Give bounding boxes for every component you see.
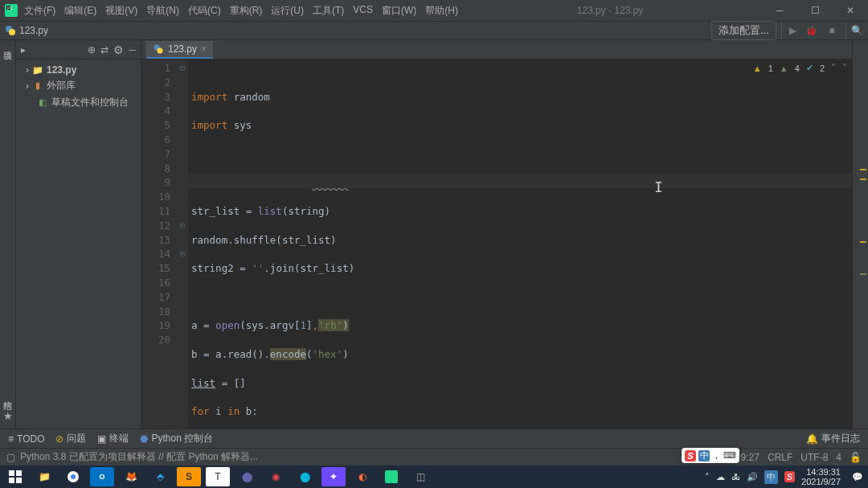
menu-edit[interactable]: 编辑(E) bbox=[64, 4, 96, 18]
project-panel: ▸ ⊕ ⇄ ⚙ ─ › 📁 123.py › ▮ 外部库 ◧ 草 bbox=[16, 40, 141, 429]
menu-vcs[interactable]: VCS bbox=[353, 4, 373, 18]
tray-network-icon[interactable]: 🖧 bbox=[731, 472, 740, 482]
start-button[interactable] bbox=[3, 467, 27, 486]
scratches-node[interactable]: ◧ 草稿文件和控制台 bbox=[16, 94, 141, 111]
caret-position[interactable]: 9:27 bbox=[741, 452, 760, 463]
folder-icon: 📁 bbox=[32, 64, 43, 76]
indent-info[interactable]: 4 bbox=[836, 452, 841, 463]
select-opened-file-icon[interactable]: ⊕ bbox=[88, 44, 96, 55]
navbar: 123.py 添加配置... ▶ 🐞 ■ 🔍 bbox=[0, 21, 868, 40]
todo-tab[interactable]: ≡TODO bbox=[8, 433, 44, 445]
favorites-tab[interactable]: ★ bbox=[3, 410, 13, 422]
windows-taskbar: 📁 O 🦊 ⬘ S T ⬤ ◉ ⬤ ✦ ◐ ◫ ˄ ☁ 🖧 🔊 中 S 14:3… bbox=[0, 465, 868, 488]
tab-label: 123.py bbox=[168, 43, 197, 55]
tray-sogou-icon[interactable]: S bbox=[784, 471, 795, 482]
scratch-icon: ◧ bbox=[37, 97, 48, 109]
menu-window[interactable]: 窗口(W) bbox=[382, 4, 416, 18]
tray-ime-icon[interactable]: 中 bbox=[764, 470, 778, 484]
svg-rect-9 bbox=[9, 478, 14, 483]
outlook-icon[interactable]: O bbox=[90, 467, 114, 486]
menu-view[interactable]: 视图(V) bbox=[105, 4, 137, 18]
bottom-tool-bar: ≡TODO ⊘问题 ▣终端 ⬣Python 控制台 🔔事件日志 bbox=[0, 429, 868, 448]
left-rail: 项目 结构 ★ bbox=[0, 40, 16, 429]
add-configuration-button[interactable]: 添加配置... bbox=[711, 21, 776, 40]
expand-all-icon[interactable]: ⇄ bbox=[100, 44, 108, 55]
todo-icon: ≡ bbox=[8, 433, 14, 445]
sogou-icon: S bbox=[685, 450, 696, 461]
external-libraries-label: 外部库 bbox=[47, 79, 76, 92]
pycharm-taskbar-icon[interactable] bbox=[379, 467, 403, 486]
app-icon-5[interactable]: ◫ bbox=[408, 467, 432, 486]
python-console-tab[interactable]: ⬣Python 控制台 bbox=[140, 432, 213, 445]
app-icon-1[interactable]: ◉ bbox=[264, 467, 288, 486]
run-button[interactable]: ▶ bbox=[781, 22, 799, 39]
line-separator[interactable]: CRLF bbox=[768, 452, 792, 463]
minimize-button[interactable]: ─ bbox=[762, 0, 797, 21]
breadcrumb[interactable]: 123.py bbox=[19, 25, 48, 36]
hide-panel-icon[interactable]: ─ bbox=[129, 44, 136, 55]
stop-button[interactable]: ■ bbox=[823, 22, 841, 39]
readonly-lock-icon[interactable]: 🔓 bbox=[850, 452, 862, 463]
error-stripe[interactable] bbox=[852, 40, 868, 429]
problems-icon: ⊘ bbox=[55, 433, 63, 445]
ime-punct-icon: ， bbox=[712, 449, 721, 461]
svg-text:PC: PC bbox=[7, 6, 13, 10]
status-message[interactable]: Python 3.8 已配置为项目解释器 // 配置 Python 解释器... bbox=[20, 450, 258, 464]
tray-volume-icon[interactable]: 🔊 bbox=[747, 472, 758, 482]
file-encoding[interactable]: UTF-8 bbox=[800, 452, 828, 463]
firefox-icon[interactable]: 🦊 bbox=[119, 467, 143, 486]
svg-point-12 bbox=[71, 474, 76, 479]
svg-rect-7 bbox=[9, 470, 14, 476]
svg-point-6 bbox=[158, 48, 163, 54]
project-tree: › 📁 123.py › ▮ 外部库 ◧ 草稿文件和控制台 bbox=[16, 59, 141, 114]
project-toolbar: ▸ ⊕ ⇄ ⚙ ─ bbox=[16, 40, 141, 59]
project-settings-icon[interactable]: ⚙ bbox=[113, 43, 124, 56]
menu-help[interactable]: 帮助(H) bbox=[425, 4, 458, 18]
editor: 123.py × ▲1 ▲4 ✔2 ˄ ˅ 1234 5678 9101112 … bbox=[141, 40, 852, 429]
chrome-icon[interactable] bbox=[61, 467, 85, 486]
titlebar: PC 文件(F) 编辑(E) 视图(V) 导航(N) 代码(C) 重构(R) 运… bbox=[0, 0, 868, 21]
menu-refactor[interactable]: 重构(R) bbox=[230, 4, 263, 18]
notepad-icon[interactable]: T bbox=[206, 467, 230, 486]
tray-chevron-icon[interactable]: ˄ bbox=[705, 472, 710, 482]
search-everywhere-button[interactable]: 🔍 bbox=[845, 22, 863, 39]
menu-code[interactable]: 代码(C) bbox=[188, 4, 221, 18]
fold-gutter[interactable]: ⊟ ⊟⊟ bbox=[177, 59, 188, 429]
app-icon-3[interactable]: ✦ bbox=[321, 467, 346, 486]
svg-rect-13 bbox=[385, 470, 398, 483]
menu-file[interactable]: 文件(F) bbox=[24, 4, 55, 18]
menu-navigate[interactable]: 导航(N) bbox=[146, 4, 179, 18]
project-root-node[interactable]: › 📁 123.py bbox=[16, 63, 141, 77]
action-center-icon[interactable]: 💬 bbox=[852, 472, 863, 482]
maximize-button[interactable]: ☐ bbox=[797, 0, 833, 21]
app-icon-2[interactable]: ⬤ bbox=[293, 467, 317, 486]
sublime-icon[interactable]: S bbox=[177, 467, 201, 486]
file-tab[interactable]: 123.py × bbox=[146, 41, 213, 59]
status-rect-icon[interactable]: ▢ bbox=[6, 452, 15, 463]
library-icon: ▮ bbox=[32, 80, 43, 92]
menu-run[interactable]: 运行(U) bbox=[271, 4, 304, 18]
line-gutter[interactable]: 1234 5678 9101112 13141516 17181920 bbox=[141, 59, 177, 429]
ime-badge[interactable]: S 中 ， ⌨ bbox=[682, 448, 739, 463]
vscode-icon[interactable]: ⬘ bbox=[148, 467, 172, 486]
file-explorer-icon[interactable]: 📁 bbox=[32, 467, 56, 486]
tray-onedrive-icon[interactable]: ☁ bbox=[716, 472, 725, 482]
main-menu: 文件(F) 编辑(E) 视图(V) 导航(N) 代码(C) 重构(R) 运行(U… bbox=[24, 4, 458, 18]
event-log-tab[interactable]: 🔔事件日志 bbox=[806, 432, 860, 445]
python-icon: ⬣ bbox=[140, 433, 148, 445]
close-tab-icon[interactable]: × bbox=[201, 43, 207, 55]
debug-button[interactable]: 🐞 bbox=[802, 22, 820, 39]
teams-icon[interactable]: ⬤ bbox=[235, 467, 259, 486]
ime-extra-icon: ⌨ bbox=[723, 450, 736, 461]
svg-rect-10 bbox=[16, 478, 22, 483]
python-file-icon bbox=[5, 25, 16, 36]
terminal-tab[interactable]: ▣终端 bbox=[97, 432, 129, 445]
problems-tab[interactable]: ⊘问题 bbox=[55, 432, 86, 445]
system-clock[interactable]: 14:39:31 2021/9/27 bbox=[801, 467, 841, 486]
code-area[interactable]: import random import sys string = '01234… bbox=[188, 59, 852, 429]
close-window-button[interactable]: ✕ bbox=[833, 0, 868, 21]
svg-point-4 bbox=[9, 29, 15, 35]
app-icon-4[interactable]: ◐ bbox=[350, 467, 375, 486]
external-libraries-node[interactable]: › ▮ 外部库 bbox=[16, 77, 141, 94]
menu-tools[interactable]: 工具(T) bbox=[313, 4, 344, 18]
